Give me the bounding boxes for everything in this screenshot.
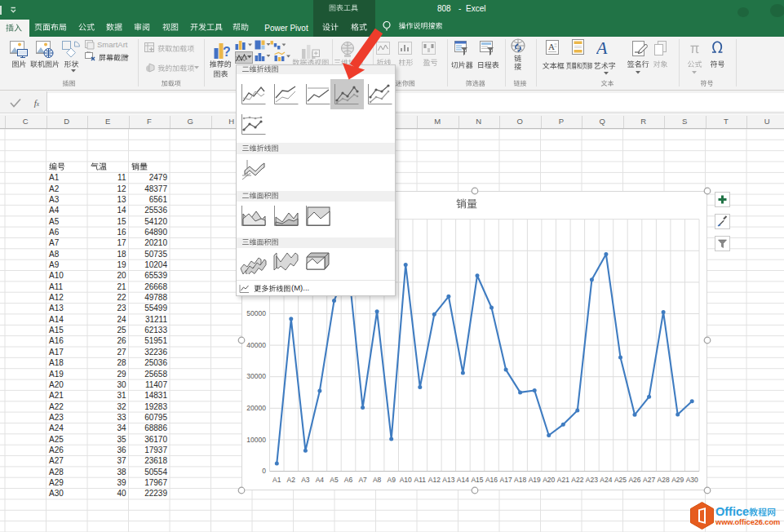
svg-text:A: A bbox=[548, 42, 555, 51]
svg-text:A: A bbox=[596, 39, 608, 56]
svg-text:?: ? bbox=[223, 45, 230, 59]
